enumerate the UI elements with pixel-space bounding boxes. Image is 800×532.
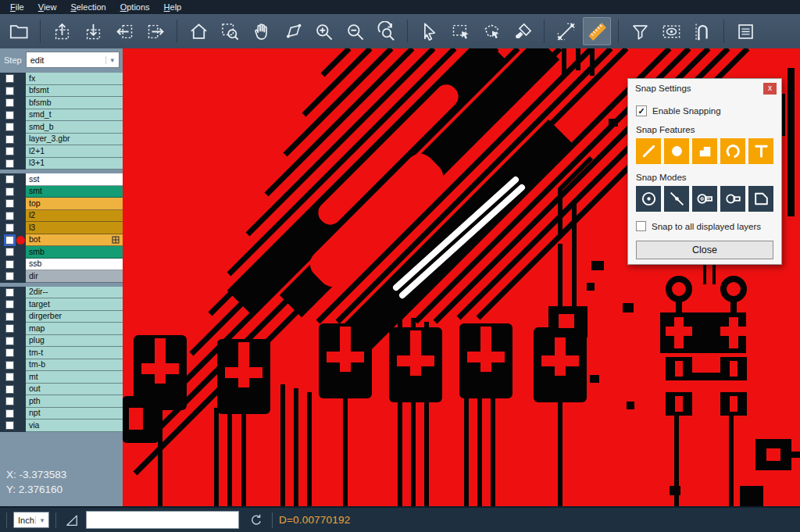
layer-name[interactable]: layer_3.gbr <box>26 134 123 146</box>
layer-name[interactable]: tm-t <box>26 347 123 359</box>
tool-box-arrow-right-button[interactable] <box>141 17 170 45</box>
layer-name[interactable]: dir <box>26 270 123 283</box>
layer-visibility-checkbox[interactable] <box>5 175 14 184</box>
enable-snapping-checkbox[interactable]: ✓ <box>636 105 647 116</box>
layer-visibility-checkbox[interactable] <box>5 397 14 405</box>
tool-filter-button[interactable] <box>626 17 654 45</box>
layer-visibility-checkbox[interactable] <box>5 147 14 155</box>
layer-visibility-checkbox[interactable] <box>5 159 14 168</box>
layer-name[interactable]: l3 <box>26 222 123 234</box>
layer-name[interactable]: target <box>26 298 123 311</box>
tool-select-cursor-button[interactable] <box>415 17 443 45</box>
layer-visibility-checkbox[interactable] <box>5 74 14 83</box>
angle-icon[interactable] <box>62 511 81 530</box>
layer-visibility-checkbox[interactable] <box>5 337 14 345</box>
tool-view-box-button[interactable] <box>657 17 685 45</box>
layer-visibility-checkbox[interactable] <box>5 199 14 208</box>
layer-visibility-checkbox[interactable] <box>5 312 14 321</box>
layer-name[interactable]: l2 <box>26 210 123 223</box>
layer-row-smb[interactable]: smb <box>0 246 123 259</box>
tool-layer-panel-button[interactable] <box>731 17 759 45</box>
unit-select[interactable]: Inch ▾ <box>13 512 49 528</box>
layer-row-npt[interactable]: npt <box>0 408 123 420</box>
menu-item-file[interactable]: File <box>3 0 31 14</box>
layer-visibility-checkbox[interactable] <box>5 348 14 357</box>
layer-row-smd_t[interactable]: smd_t <box>0 109 123 122</box>
layer-name[interactable]: sst <box>26 173 123 186</box>
layer-row-l3+1[interactable]: l3+1 <box>0 158 123 170</box>
tool-pan-hand-button[interactable] <box>247 17 275 45</box>
tool-measure-line-button[interactable] <box>552 17 580 45</box>
layer-row-target[interactable]: target <box>0 298 123 311</box>
snap-all-layers-checkbox[interactable] <box>636 221 646 231</box>
layer-name[interactable]: smt <box>26 186 123 198</box>
layer-row-dirgerber[interactable]: dirgerber <box>0 311 123 323</box>
layer-row-smt[interactable]: smt <box>0 186 123 198</box>
layer-visibility-checkbox[interactable] <box>5 187 14 196</box>
layer-row-2dir--[interactable]: 2dir-- <box>0 287 123 299</box>
layer-row-dir[interactable]: dir <box>0 270 123 283</box>
tool-open-folder-button[interactable] <box>5 17 33 45</box>
layer-name[interactable]: l2+1 <box>26 145 123 158</box>
layer-row-tm-b[interactable]: tm-b <box>0 359 123 372</box>
layer-row-out[interactable]: out <box>0 384 123 396</box>
dialog-titlebar[interactable]: Snap Settings x <box>628 79 781 98</box>
layer-visibility-checkbox[interactable] <box>5 212 14 220</box>
layer-visibility-checkbox[interactable] <box>5 135 14 144</box>
layer-visibility-checkbox[interactable] <box>5 324 14 333</box>
layer-name[interactable]: smd_b <box>26 121 123 134</box>
menu-item-selection[interactable]: Selection <box>63 0 112 14</box>
layer-row-smd_b[interactable]: smd_b <box>0 121 123 134</box>
tool-zoom-out-button[interactable] <box>341 17 369 45</box>
layer-row-ssb[interactable]: ssb <box>0 259 123 271</box>
layer-row-fx[interactable]: fx <box>0 73 123 85</box>
tool-select-poly-button[interactable] <box>477 17 505 45</box>
layer-name[interactable]: mt <box>26 371 123 384</box>
layer-row-mt[interactable]: mt <box>0 371 123 384</box>
layer-visibility-checkbox[interactable] <box>5 236 14 245</box>
layer-row-l2+1[interactable]: l2+1 <box>0 145 123 158</box>
snap-feature-pad-button[interactable] <box>664 138 689 164</box>
snap-mode-contour-button[interactable] <box>748 186 773 212</box>
snap-feature-surface-button[interactable] <box>692 138 717 164</box>
layer-name[interactable]: pth <box>26 395 123 408</box>
tool-select-rect-button[interactable] <box>446 17 474 45</box>
layer-name[interactable]: bot <box>26 234 123 247</box>
snap-feature-text-button[interactable] <box>748 138 773 164</box>
layer-visibility-checkbox[interactable] <box>5 87 14 95</box>
snap-mode-slot-hole-button[interactable] <box>692 186 717 212</box>
layer-visibility-checkbox[interactable] <box>5 223 14 232</box>
layer-row-plug[interactable]: plug <box>0 335 123 348</box>
tool-box-arrow-up-button[interactable] <box>48 17 76 45</box>
measure-input[interactable] <box>86 511 239 529</box>
layer-visibility-checkbox[interactable] <box>5 288 14 297</box>
layer-row-sst[interactable]: sst <box>0 173 123 186</box>
layer-row-map[interactable]: map <box>0 323 123 335</box>
tool-snap-button[interactable] <box>688 17 716 45</box>
layer-visibility-checkbox[interactable] <box>5 300 14 309</box>
tool-zoom-in-button[interactable] <box>309 17 338 45</box>
layer-visibility-checkbox[interactable] <box>5 98 14 107</box>
layer-name[interactable]: fx <box>26 73 123 85</box>
layer-visibility-checkbox[interactable] <box>5 385 14 394</box>
menu-item-help[interactable]: Help <box>157 0 189 14</box>
snap-mode-on-line-button[interactable] <box>664 186 689 212</box>
layer-row-l3[interactable]: l3 <box>0 222 123 234</box>
layer-name[interactable]: npt <box>26 408 123 420</box>
menu-item-view[interactable]: View <box>31 0 64 14</box>
layer-visibility-checkbox[interactable] <box>5 272 14 280</box>
layer-name[interactable]: via <box>26 420 123 432</box>
tool-measure-ruler-button[interactable] <box>583 17 611 45</box>
layer-name[interactable]: 2dir-- <box>26 287 123 299</box>
layer-name[interactable]: top <box>26 198 123 210</box>
layer-visibility-checkbox[interactable] <box>5 409 14 418</box>
layer-visibility-checkbox[interactable] <box>5 248 14 256</box>
layer-visibility-checkbox[interactable] <box>5 361 14 370</box>
layer-row-l2[interactable]: l2 <box>0 210 123 223</box>
layer-row-bot[interactable]: bot <box>0 234 123 247</box>
layer-name[interactable]: bfsmt <box>26 85 123 98</box>
layer-row-bfsmt[interactable]: bfsmt <box>0 85 123 98</box>
snap-feature-line-button[interactable] <box>636 138 661 164</box>
layer-name[interactable]: smd_t <box>26 109 123 122</box>
layer-row-via[interactable]: via <box>0 420 123 432</box>
